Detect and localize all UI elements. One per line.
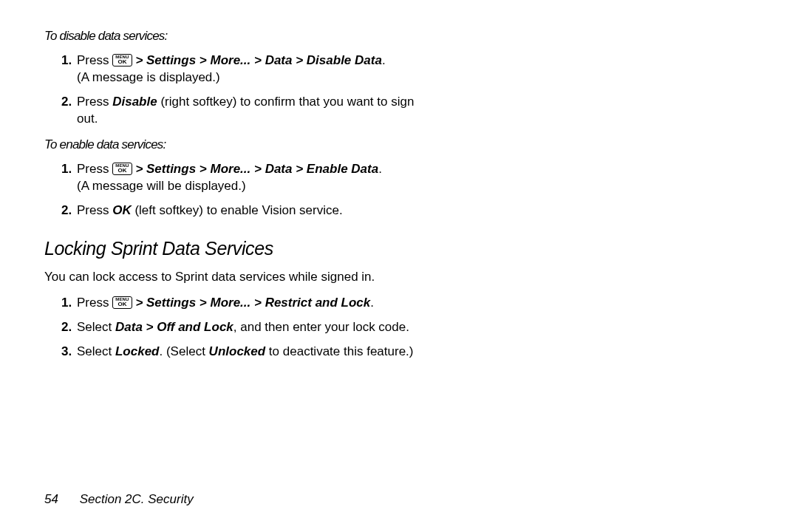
option-unlocked: Unlocked <box>209 344 266 358</box>
list-item: Select Locked. (Select Unlocked to deact… <box>75 344 429 361</box>
intro-paragraph: You can lock access to Sprint data servi… <box>44 269 429 286</box>
list-item: Press MENUOK > Settings > More... > Data… <box>75 52 429 86</box>
text: (A message is displayed.) <box>77 70 220 84</box>
subhead-disable: To disable data services: <box>44 28 429 45</box>
section-heading-locking: Locking Sprint Data Services <box>44 236 429 262</box>
text: Press <box>77 53 112 67</box>
text: Select <box>77 320 115 334</box>
text: Select <box>77 344 115 358</box>
menu-path: Data > Off and Lock <box>115 320 233 334</box>
text: Press <box>77 296 112 310</box>
menu-ok-icon: MENUOK <box>112 163 132 175</box>
text: . <box>370 296 374 310</box>
page-number: 54 <box>44 492 58 506</box>
menu-ok-icon: MENUOK <box>112 296 132 309</box>
list-enable: Press MENUOK > Settings > More... > Data… <box>44 161 429 219</box>
nav-path: > Settings > More... > Data > Disable Da… <box>132 53 382 67</box>
nav-path: > Settings > More... > Data > Enable Dat… <box>132 162 379 176</box>
text: Press <box>77 203 112 217</box>
key-ok-label: OK <box>115 168 129 174</box>
list-item: Press MENUOK > Settings > More... > Data… <box>75 161 429 195</box>
list-item: Press Disable (right softkey) to confirm… <box>75 94 429 128</box>
list-locking: Press MENUOK > Settings > More... > Rest… <box>44 295 429 361</box>
key-ok-label: OK <box>115 59 129 65</box>
option-locked: Locked <box>115 344 160 358</box>
text: Press <box>77 95 112 109</box>
nav-path: > Settings > More... > Restrict and Lock <box>132 296 371 310</box>
text: . (Select <box>160 344 209 358</box>
list-item: Press OK (left softkey) to enable Vision… <box>75 202 429 219</box>
text: Press <box>77 162 112 176</box>
text: (A message will be displayed.) <box>77 179 246 193</box>
subhead-enable: To enable data services: <box>44 137 429 154</box>
text: . <box>382 53 386 67</box>
text: . <box>378 162 382 176</box>
softkey-label: Disable <box>112 95 157 109</box>
page-footer: 54 Section 2C. Security <box>44 492 194 507</box>
list-disable: Press MENUOK > Settings > More... > Data… <box>44 52 429 128</box>
text: (left softkey) to enable Vision service. <box>132 203 343 217</box>
list-item: Press MENUOK > Settings > More... > Rest… <box>75 295 429 312</box>
key-ok-label: OK <box>115 301 129 307</box>
page-content: To disable data services: Press MENUOK >… <box>44 28 429 361</box>
softkey-label: OK <box>112 203 132 217</box>
list-item: Select Data > Off and Lock, and then ent… <box>75 319 429 336</box>
section-label: Section 2C. Security <box>80 492 194 506</box>
text: , and then enter your lock code. <box>233 320 409 334</box>
text: to deactivate this feature.) <box>265 344 413 358</box>
menu-ok-icon: MENUOK <box>112 54 132 66</box>
manual-page: To disable data services: Press MENUOK >… <box>0 0 798 532</box>
